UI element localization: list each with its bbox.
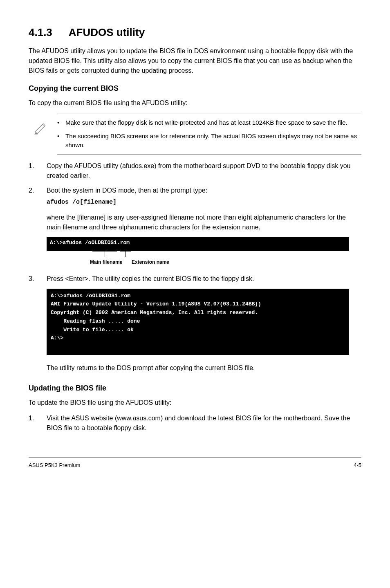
step-item: Visit the ASUS website (www.asus.com) an… <box>29 413 361 433</box>
updating-heading: Updating the BIOS file <box>29 383 361 394</box>
step-text: Copy the AFUDOS utility (afudos.exe) fro… <box>47 162 350 179</box>
step3-list: Press <Enter>. The utility copies the cu… <box>29 274 361 284</box>
where-text: where the [filename] is any user-assigne… <box>47 213 361 232</box>
main-filename-label: Main filename <box>90 258 122 266</box>
note-item: Make sure that the floppy disk is not wr… <box>53 118 357 128</box>
terminal-line: A:\>afudos /oOLDBIOS1.rom <box>50 240 130 246</box>
footer-right: 4-5 <box>354 461 361 469</box>
page-footer: ASUS P5K3 Premium 4-5 <box>29 458 361 469</box>
step-text: Boot the system in DOS mode, then at the… <box>47 187 207 194</box>
step-text: Visit the ASUS website (www.asus.com) an… <box>47 415 350 431</box>
pencil-icon <box>29 118 53 150</box>
note-item: The succeeding BIOS screens are for refe… <box>53 132 357 150</box>
note-content: Make sure that the floppy disk is not wr… <box>53 118 357 150</box>
step-item: Copy the AFUDOS utility (afudos.exe) fro… <box>29 161 361 181</box>
note-box: Make sure that the floppy disk is not wr… <box>57 114 361 155</box>
section-title-text: AFUDOS utility <box>69 26 145 38</box>
step-text: Press <Enter>. The utility copies the cu… <box>47 275 254 282</box>
copying-heading: Copying the current BIOS <box>29 83 361 94</box>
updating-steps: Visit the ASUS website (www.asus.com) an… <box>29 413 361 433</box>
after-terminal-text: The utility returns to the DOS prompt af… <box>47 363 361 373</box>
step-item: Boot the system in DOS mode, then at the… <box>29 186 361 233</box>
section-heading: 4.1.3AFUDOS utility <box>29 25 361 40</box>
footer-left: ASUS P5K3 Premium <box>29 461 80 469</box>
step-item: Press <Enter>. The utility copies the cu… <box>29 274 361 284</box>
updating-subintro: To update the BIOS file using the AFUDOS… <box>29 398 361 408</box>
section-number: 4.1.3 <box>29 25 52 40</box>
intro-text: The AFUDOS utility allows you to update … <box>29 46 361 76</box>
terminal-large: A:\>afudos /oOLDBIOS1.rom AMI Firmware U… <box>47 289 349 355</box>
command-text: afudos /o[filename] <box>47 198 361 207</box>
copying-steps: Copy the AFUDOS utility (afudos.exe) fro… <box>29 161 361 233</box>
copying-subintro: To copy the current BIOS file using the … <box>29 98 361 108</box>
extension-name-label: Extension name <box>132 258 169 266</box>
